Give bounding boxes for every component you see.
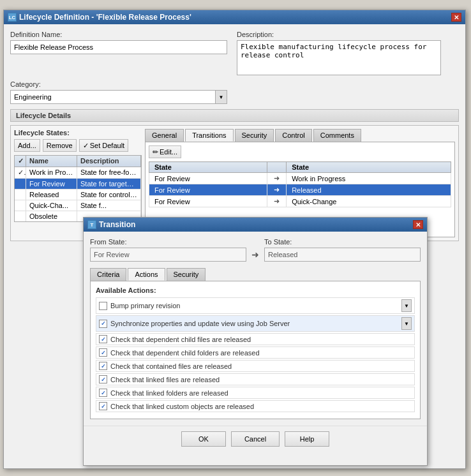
remove-state-button[interactable]: Remove [43, 139, 77, 152]
transition-dialog-titlebar: T Transition ✕ [84, 218, 427, 232]
states-row[interactable]: ✓ Work in Progress State for free-form d… [15, 167, 141, 179]
add-state-button[interactable]: Add... [14, 139, 40, 152]
desc-column-header: Description [77, 156, 141, 167]
transition-row[interactable]: For Review ➜ Quick-Change [149, 196, 451, 207]
states-toolbar: Add... Remove ✓ Set Default [14, 139, 142, 152]
set-default-icon: ✓ [83, 142, 89, 150]
action-item[interactable]: Bump primary revision ▼ [96, 297, 415, 314]
states-table: ✓ Name Description ✓ Work in Progress St… [14, 155, 142, 222]
action-label: Check that linked files are released [110, 376, 412, 383]
transition-from: For Review [149, 184, 267, 196]
transition-arrow: ➜ [267, 196, 287, 207]
action-checkbox-checked[interactable]: ✓ [99, 375, 107, 383]
help-button[interactable]: Help [285, 431, 329, 447]
action-item[interactable]: ✓ Check that linked custom objects are r… [96, 400, 415, 412]
action-checkbox-checked[interactable]: ✓ [99, 362, 107, 370]
transition-row-selected[interactable]: For Review ➜ Released [149, 184, 451, 196]
action-label: Synchronize properties and update view u… [110, 320, 398, 327]
state-name: Released [26, 190, 77, 200]
states-row-selected[interactable]: For Review State for targeted design r..… [15, 179, 141, 190]
state-name: Work in Progress [26, 167, 77, 178]
state-check [15, 190, 26, 200]
edit-transition-button[interactable]: ✏ Edit... [149, 145, 181, 158]
category-group: Category: ▼ [10, 80, 227, 104]
action-dropdown-arrow[interactable]: ▼ [401, 299, 412, 312]
cancel-button[interactable]: Cancel [231, 431, 280, 447]
transition-to: Released [287, 184, 451, 196]
transition-arrow: ➜ [267, 184, 287, 196]
action-label: Bump primary revision [110, 302, 398, 309]
transition-dialog-title: Transition [99, 220, 135, 229]
lifecycle-tab-bar: General Transitions Security Control Com… [145, 129, 455, 142]
tab-comments[interactable]: Comments [313, 129, 361, 142]
set-default-button[interactable]: ✓ Set Default [79, 139, 128, 152]
transition-from: For Review [149, 196, 267, 207]
transition-dialog: T Transition ✕ From State: ➜ To State: C… [83, 217, 428, 466]
name-column-header: Name [26, 156, 77, 167]
set-default-label: Set Default [90, 142, 124, 149]
states-row[interactable]: Quick-Cha... State f... [15, 200, 141, 211]
main-window-title: Lifecycle Definition - 'Flexible Release… [19, 13, 191, 22]
action-item[interactable]: ✓ Check that dependent child files are r… [96, 333, 415, 345]
action-item[interactable]: ✓ Check that dependent child folders are… [96, 346, 415, 359]
check-column-header: ✓ [15, 156, 26, 167]
to-state-header: State [287, 162, 451, 173]
action-item[interactable]: ✓ Check that linked folders are released [96, 387, 415, 399]
action-checkbox-checked[interactable]: ✓ [99, 320, 107, 328]
transition-icon: T [87, 220, 96, 229]
checkmark-icon: ✓ [101, 403, 106, 410]
edit-icon: ✏ [153, 148, 158, 156]
tab-general[interactable]: General [145, 129, 184, 142]
main-close-button[interactable]: ✕ [451, 13, 461, 22]
actions-tab-content: Available Actions: Bump primary revision… [90, 281, 421, 419]
description-textarea[interactable]: Flexible manufacturing lifecycle process… [237, 40, 441, 75]
action-checkbox-checked[interactable]: ✓ [99, 402, 107, 410]
transition-to: Work in Progress [287, 173, 451, 184]
edit-label: Edit... [160, 148, 177, 156]
tab-security-dialog[interactable]: Security [167, 268, 206, 281]
lifecycle-details-header: Lifecycle Details [10, 109, 459, 122]
definition-name-label: Definition Name: [10, 31, 227, 38]
from-state-group: From State: [90, 238, 246, 262]
action-checkbox-checked[interactable]: ✓ [99, 389, 107, 397]
checkmark-icon: ✓ [101, 376, 106, 383]
tab-criteria[interactable]: Criteria [90, 268, 126, 281]
state-check [15, 200, 26, 211]
main-window-body: Definition Name: Description: Flexible m… [4, 24, 465, 248]
action-item[interactable]: ✓ Check that linked files are released [96, 373, 415, 385]
action-item-selected[interactable]: ✓ Synchronize properties and update view… [96, 315, 415, 332]
tab-transitions[interactable]: Transitions [185, 129, 233, 142]
state-desc: State f... [77, 200, 141, 211]
definition-name-input[interactable] [10, 40, 227, 54]
tab-control[interactable]: Control [275, 129, 311, 142]
transition-arrow: ➜ [267, 173, 287, 184]
from-state-label: From State: [90, 238, 246, 246]
action-checkbox-checked[interactable]: ✓ [99, 335, 107, 343]
states-label: Lifecycle States: [14, 129, 142, 137]
description-label: Description: [237, 31, 441, 38]
ok-button[interactable]: OK [181, 431, 226, 447]
arrow-header [267, 162, 287, 173]
state-check [15, 211, 26, 221]
action-item[interactable]: ✓ Check that contained files are release… [96, 360, 415, 372]
transition-row[interactable]: For Review ➜ Work in Progress [149, 173, 451, 184]
state-row: From State: ➜ To State: [90, 238, 421, 262]
category-select-wrapper: ▼ [10, 90, 227, 104]
state-name: Quick-Cha... [26, 200, 77, 211]
category-label: Category: [10, 80, 227, 88]
main-window-titlebar: LC Lifecycle Definition - 'Flexible Rele… [4, 10, 465, 24]
action-checkbox-checked[interactable]: ✓ [99, 348, 107, 357]
to-state-group: To State: [264, 238, 421, 262]
tab-actions[interactable]: Actions [128, 268, 165, 281]
checkmark-icon: ✓ [101, 363, 106, 369]
action-dropdown-arrow[interactable]: ▼ [401, 317, 412, 330]
action-checkbox[interactable] [99, 302, 107, 310]
state-arrow-connector: ➜ [251, 249, 259, 260]
category-select[interactable] [10, 90, 227, 104]
tab-security[interactable]: Security [235, 129, 274, 142]
form-top-row: Definition Name: Description: Flexible m… [10, 31, 459, 75]
description-group: Description: Flexible manufacturing life… [237, 31, 441, 75]
transition-close-button[interactable]: ✕ [413, 220, 423, 229]
states-row[interactable]: Released State for controlling acces... [15, 190, 141, 200]
state-check: ✓ [15, 167, 26, 178]
